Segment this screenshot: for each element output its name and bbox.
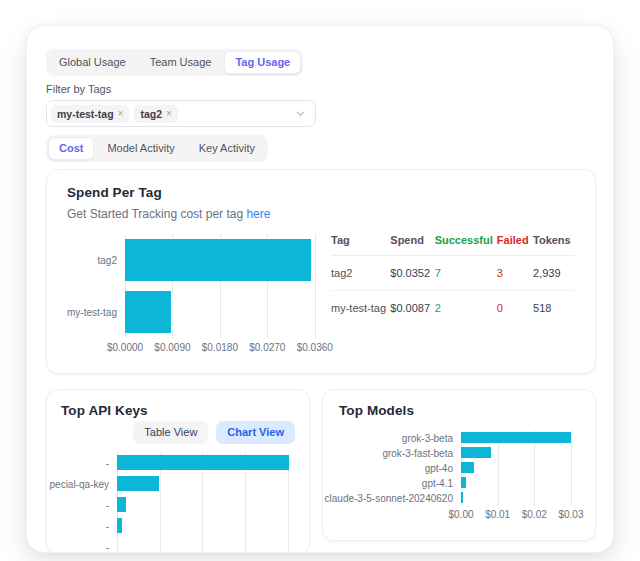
- bar: [125, 239, 311, 281]
- x-axis-tick-label: $0.02: [522, 509, 547, 520]
- y-axis-label: gpt-4.1: [422, 477, 461, 488]
- cell-successful: 2: [435, 291, 497, 326]
- y-axis-label: -: [106, 499, 117, 510]
- x-axis-tick-label: $0.0180: [202, 342, 238, 353]
- table-header-row: Tag Spend Successful Failed Tokens: [331, 230, 575, 256]
- bar: [117, 476, 159, 491]
- tag-chip-label: tag2: [140, 108, 162, 120]
- spend-table: Tag Spend Successful Failed Tokens tag2 …: [331, 230, 575, 325]
- spend-per-tag-subtitle: Get Started Tracking cost per tag here: [67, 207, 575, 221]
- x-axis-ticks: $0.00$0.01$0.02$0.03: [461, 509, 579, 522]
- selected-tag-chip: my-test-tag ×: [51, 105, 129, 123]
- tab-tag-usage[interactable]: Tag Usage: [224, 51, 301, 74]
- bar: [461, 492, 463, 503]
- top-models-title: Top Models: [339, 403, 579, 418]
- here-link[interactable]: here: [246, 207, 270, 221]
- tab-cost[interactable]: Cost: [48, 137, 94, 160]
- top-models-card: Top Models grok-3-betagrok-3-fast-betagp…: [322, 389, 596, 541]
- cell-failed: 3: [497, 256, 533, 291]
- bottom-row: Top API Keys Table View Chart View -peci…: [46, 389, 596, 553]
- chart-row: -: [117, 452, 295, 473]
- chart-row: tag2: [125, 234, 319, 286]
- x-axis-tick-label: $0.0360: [297, 342, 333, 353]
- tag-filter-select[interactable]: my-test-tag × tag2 ×: [46, 100, 316, 127]
- y-axis-label: -: [106, 457, 117, 468]
- cell-successful: 7: [435, 256, 497, 291]
- y-axis-label: -: [106, 520, 117, 531]
- tab-team-usage[interactable]: Team Usage: [139, 51, 223, 74]
- top-api-keys-card: Top API Keys Table View Chart View -peci…: [46, 389, 310, 553]
- bar: [461, 462, 474, 473]
- subtitle-text: Get Started Tracking cost per tag: [67, 207, 243, 221]
- y-axis-label: pecial-qa-key: [50, 478, 117, 489]
- chart-plot-area: tag2my-test-tag: [125, 234, 319, 338]
- chart-plot-area: -pecial-qa-key---: [117, 452, 295, 553]
- col-header-failed: Failed: [497, 230, 533, 256]
- main-panel: Global Usage Team Usage Tag Usage Filter…: [26, 25, 614, 553]
- col-header-successful: Successful: [435, 230, 497, 256]
- view-toggle: Table View Chart View: [61, 421, 295, 444]
- spend-per-tag-title: Spend Per Tag: [67, 185, 575, 200]
- spend-content: tag2my-test-tag$0.0000$0.0090$0.0180$0.0…: [67, 230, 575, 355]
- chart-row: grok-3-beta: [461, 430, 579, 445]
- x-axis-tick-label: $0.00: [448, 509, 473, 520]
- cell-spend: $0.0352: [390, 256, 434, 291]
- chart-view-button[interactable]: Chart View: [216, 421, 295, 444]
- top-api-keys-title: Top API Keys: [61, 403, 295, 418]
- bar: [461, 432, 571, 443]
- y-axis-label: gpt-4o: [425, 462, 461, 473]
- cell-spend: $0.0087: [390, 291, 434, 326]
- remove-tag-icon[interactable]: ×: [166, 108, 172, 119]
- bar: [117, 455, 289, 470]
- chart-row: grok-3-fast-beta: [461, 445, 579, 460]
- chart-row: -: [117, 515, 295, 536]
- x-axis-ticks: $0.0000$0.0090$0.0180$0.0270$0.0360: [125, 342, 319, 355]
- cell-tokens: 2,939: [533, 256, 575, 291]
- top-api-keys-chart: -pecial-qa-key---: [61, 452, 295, 553]
- cell-failed: 0: [497, 291, 533, 326]
- y-axis-label: my-test-tag: [67, 307, 125, 318]
- chart-row: my-test-tag: [125, 286, 319, 338]
- chart-row: claude-3-5-sonnet-20240620: [461, 490, 579, 505]
- bar: [117, 497, 126, 512]
- selected-tag-chip: tag2 ×: [134, 105, 177, 123]
- filter-by-tags-label: Filter by Tags: [46, 83, 596, 95]
- bar: [461, 447, 491, 458]
- spend-per-tag-chart: tag2my-test-tag$0.0000$0.0090$0.0180$0.0…: [67, 230, 319, 355]
- table-view-button[interactable]: Table View: [133, 421, 208, 444]
- chart-row: -: [117, 536, 295, 553]
- top-models-chart: grok-3-betagrok-3-fast-betagpt-4ogpt-4.1…: [339, 430, 579, 522]
- chart-row: -: [117, 494, 295, 515]
- y-axis-label: grok-3-fast-beta: [382, 447, 461, 458]
- col-header-tag: Tag: [331, 230, 390, 256]
- bar: [461, 477, 466, 488]
- table-row: my-test-tag $0.0087 2 0 518: [331, 291, 575, 326]
- col-header-tokens: Tokens: [533, 230, 575, 256]
- spend-per-tag-card: Spend Per Tag Get Started Tracking cost …: [46, 169, 596, 374]
- tag-chip-label: my-test-tag: [57, 108, 114, 120]
- y-axis-label: grok-3-beta: [402, 432, 461, 443]
- y-axis-label: -: [106, 541, 117, 552]
- chart-row: pecial-qa-key: [117, 473, 295, 494]
- y-axis-label: claude-3-5-sonnet-20240620: [325, 492, 461, 503]
- chart-row: gpt-4o: [461, 460, 579, 475]
- usage-tabs: Global Usage Team Usage Tag Usage: [46, 49, 303, 76]
- cell-tag: tag2: [331, 256, 390, 291]
- tab-key-activity[interactable]: Key Activity: [188, 137, 266, 160]
- cell-tokens: 518: [533, 291, 575, 326]
- x-axis-tick-label: $0.0000: [107, 342, 143, 353]
- chart-plot-area: grok-3-betagrok-3-fast-betagpt-4ogpt-4.1…: [461, 430, 579, 505]
- x-axis-tick-label: $0.0270: [249, 342, 285, 353]
- bar: [125, 291, 171, 333]
- view-tabs: Cost Model Activity Key Activity: [46, 135, 268, 162]
- bar: [117, 518, 122, 533]
- tab-global-usage[interactable]: Global Usage: [48, 51, 137, 74]
- cell-tag: my-test-tag: [331, 291, 390, 326]
- x-axis-tick-label: $0.01: [485, 509, 510, 520]
- table-row: tag2 $0.0352 7 3 2,939: [331, 256, 575, 291]
- tab-model-activity[interactable]: Model Activity: [96, 137, 185, 160]
- x-axis-tick-label: $0.0090: [154, 342, 190, 353]
- chevron-down-icon[interactable]: [295, 108, 306, 119]
- remove-tag-icon[interactable]: ×: [118, 108, 124, 119]
- chart-row: gpt-4.1: [461, 475, 579, 490]
